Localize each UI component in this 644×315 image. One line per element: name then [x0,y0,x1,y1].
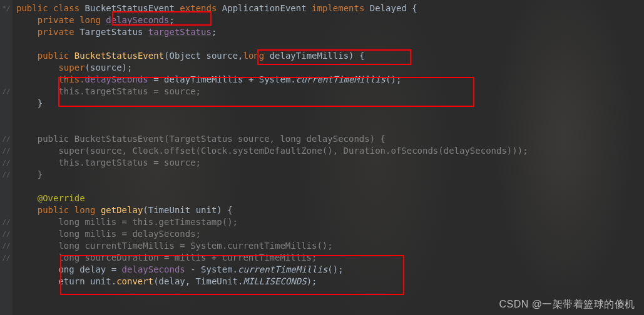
gutter: */ // // // // // // // // // [0,0,13,315]
gutter-marker: // [0,86,13,98]
gutter-marker: // [0,252,13,264]
code-line[interactable]: long millis = this.getTimestamp(); [16,216,528,228]
code-line[interactable]: long millis = delaySeconds; [16,228,528,240]
code-line[interactable]: private TargetStatus targetStatus; [16,26,528,38]
gutter-marker: // [0,169,13,181]
code-line[interactable]: private long delaySeconds; [16,14,528,26]
code-line[interactable]: } [16,98,528,109]
gutter-marker: // [0,216,13,228]
code-area[interactable]: public class BucketStatusEvent extends A… [13,0,528,315]
code-line[interactable] [16,38,528,50]
code-line[interactable] [16,109,528,121]
code-line[interactable]: super(source, Clock.offset(Clock.systemD… [16,145,528,157]
gutter-marker: // [0,240,13,252]
code-line[interactable]: this.targetStatus = source; [16,157,528,169]
code-line[interactable]: this.targetStatus = source; [16,86,528,98]
code-line[interactable] [16,121,528,133]
code-line[interactable]: public BucketStatusEvent(TargetStatus so… [16,133,528,145]
code-line[interactable]: long currentTimeMillis = System.currentT… [16,240,528,252]
gutter-marker: // [0,228,13,240]
gutter-marker: // [0,133,13,145]
code-line[interactable]: long sourceDuration = millis + currentTi… [16,252,528,264]
gutter-marker: // [0,157,13,169]
code-line[interactable] [16,181,528,192]
code-line[interactable]: this.delaySeconds = delayTimeMillis + Sy… [16,74,528,86]
code-editor[interactable]: */ // // // // // // // // // public cla… [0,0,644,315]
code-line[interactable]: eturn unit.convert(delay, TimeUnit.MILLI… [16,276,528,288]
gutter-marker: */ [0,2,13,14]
code-line[interactable]: } [16,169,528,181]
code-line[interactable]: super(source); [16,62,528,74]
code-line[interactable]: public long getDelay(TimeUnit unit) { [16,204,528,216]
code-line[interactable]: public BucketStatusEvent(Object source,l… [16,50,528,62]
watermark-text: CSDN @一架带着篮球的傻机 [499,298,635,311]
code-line[interactable]: ong delay = delaySeconds - System.curren… [16,264,528,276]
code-line[interactable]: @Override [16,192,528,204]
gutter-marker: // [0,145,13,157]
code-line[interactable]: public class BucketStatusEvent extends A… [16,2,528,14]
